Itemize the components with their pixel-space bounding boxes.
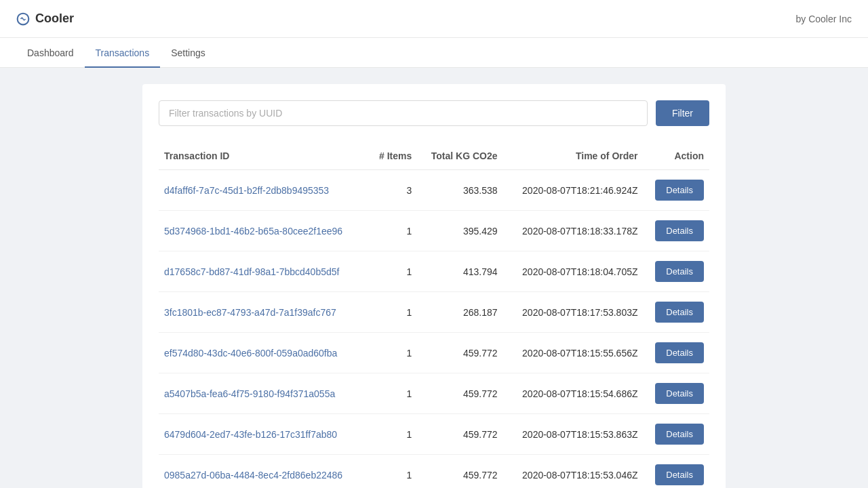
- nav-item-settings[interactable]: Settings: [160, 39, 216, 68]
- cell-transaction-id: d4faff6f-7a7c-45d1-b2ff-2db8b9495353: [159, 170, 369, 211]
- cell-time: 2020-08-07T18:17:53.803Z: [503, 292, 644, 333]
- cell-action: Details: [644, 170, 709, 211]
- cell-total-kg: 395.429: [417, 211, 502, 251]
- cell-time: 2020-08-07T18:15:55.656Z: [503, 333, 644, 373]
- cell-action: Details: [644, 211, 709, 251]
- details-button[interactable]: Details: [655, 302, 704, 323]
- cell-total-kg: 363.538: [417, 170, 502, 211]
- cell-transaction-id: d17658c7-bd87-41df-98a1-7bbcd40b5d5f: [159, 251, 369, 292]
- cell-action: Details: [644, 373, 709, 414]
- cell-action: Details: [644, 414, 709, 455]
- cell-action: Details: [644, 333, 709, 373]
- cell-time: 2020-08-07T18:18:04.705Z: [503, 251, 644, 292]
- table-row: 0985a27d-06ba-4484-8ec4-2fd86eb22486 1 4…: [159, 455, 709, 489]
- nav-item-dashboard[interactable]: Dashboard: [16, 39, 85, 68]
- cell-time: 2020-08-07T18:15:53.863Z: [503, 414, 644, 455]
- details-button[interactable]: Details: [655, 464, 704, 485]
- details-button[interactable]: Details: [655, 180, 704, 201]
- cell-total-kg: 413.794: [417, 251, 502, 292]
- table-row: 6479d604-2ed7-43fe-b126-17c31ff7ab80 1 4…: [159, 414, 709, 455]
- cell-time: 2020-08-07T18:15:54.686Z: [503, 373, 644, 414]
- cell-time: 2020-08-07T18:15:53.046Z: [503, 455, 644, 489]
- details-button[interactable]: Details: [655, 220, 704, 241]
- transactions-table: Transaction ID # Items Total KG CO2e Tim…: [159, 142, 709, 488]
- table-row: d17658c7-bd87-41df-98a1-7bbcd40b5d5f 1 4…: [159, 251, 709, 292]
- col-transaction-id: Transaction ID: [159, 142, 369, 170]
- col-action: Action: [644, 142, 709, 170]
- cell-items: 1: [369, 292, 417, 333]
- cell-action: Details: [644, 251, 709, 292]
- header: Cooler by Cooler Inc: [0, 0, 868, 38]
- header-left: Cooler: [16, 12, 74, 26]
- cell-items: 1: [369, 373, 417, 414]
- cell-items: 1: [369, 251, 417, 292]
- table-header-row: Transaction ID # Items Total KG CO2e Tim…: [159, 142, 709, 170]
- cell-action: Details: [644, 455, 709, 489]
- col-items: # Items: [369, 142, 417, 170]
- main-content: Filter Transaction ID # Items Total KG C…: [0, 68, 868, 488]
- cell-items: 3: [369, 170, 417, 211]
- table-row: 5d374968-1bd1-46b2-b65a-80cee2f1ee96 1 3…: [159, 211, 709, 251]
- col-total-kg: Total KG CO2e: [417, 142, 502, 170]
- cell-total-kg: 459.772: [417, 414, 502, 455]
- cell-transaction-id: ef574d80-43dc-40e6-800f-059a0ad60fba: [159, 333, 369, 373]
- cell-total-kg: 268.187: [417, 292, 502, 333]
- cell-time: 2020-08-07T18:18:33.178Z: [503, 211, 644, 251]
- cell-transaction-id: 3fc1801b-ec87-4793-a47d-7a1f39afc767: [159, 292, 369, 333]
- table-row: d4faff6f-7a7c-45d1-b2ff-2db8b9495353 3 3…: [159, 170, 709, 211]
- company-name: by Cooler Inc: [796, 14, 852, 24]
- cell-time: 2020-08-07T18:21:46.924Z: [503, 170, 644, 211]
- content-card: Filter Transaction ID # Items Total KG C…: [142, 84, 726, 488]
- table-row: a5407b5a-fea6-4f75-9180-f94f371a055a 1 4…: [159, 373, 709, 414]
- cell-total-kg: 459.772: [417, 455, 502, 489]
- details-button[interactable]: Details: [655, 342, 704, 363]
- cell-items: 1: [369, 414, 417, 455]
- cell-items: 1: [369, 455, 417, 489]
- cell-transaction-id: 6479d604-2ed7-43fe-b126-17c31ff7ab80: [159, 414, 369, 455]
- table-row: ef574d80-43dc-40e6-800f-059a0ad60fba 1 4…: [159, 333, 709, 373]
- cell-transaction-id: a5407b5a-fea6-4f75-9180-f94f371a055a: [159, 373, 369, 414]
- nav: Dashboard Transactions Settings: [0, 38, 868, 68]
- filter-button[interactable]: Filter: [656, 100, 709, 126]
- cell-items: 1: [369, 211, 417, 251]
- col-time-of-order: Time of Order: [503, 142, 644, 170]
- cell-transaction-id: 0985a27d-06ba-4484-8ec4-2fd86eb22486: [159, 455, 369, 489]
- logo-icon: [16, 12, 30, 26]
- filter-input[interactable]: [159, 100, 648, 126]
- filter-row: Filter: [159, 100, 709, 126]
- details-button[interactable]: Details: [655, 261, 704, 282]
- table-row: 3fc1801b-ec87-4793-a47d-7a1f39afc767 1 2…: [159, 292, 709, 333]
- cell-items: 1: [369, 333, 417, 373]
- details-button[interactable]: Details: [655, 383, 704, 404]
- cell-transaction-id: 5d374968-1bd1-46b2-b65a-80cee2f1ee96: [159, 211, 369, 251]
- nav-item-transactions[interactable]: Transactions: [85, 39, 161, 68]
- cell-total-kg: 459.772: [417, 373, 502, 414]
- cell-total-kg: 459.772: [417, 333, 502, 373]
- details-button[interactable]: Details: [655, 424, 704, 445]
- app-title: Cooler: [35, 12, 74, 26]
- cell-action: Details: [644, 292, 709, 333]
